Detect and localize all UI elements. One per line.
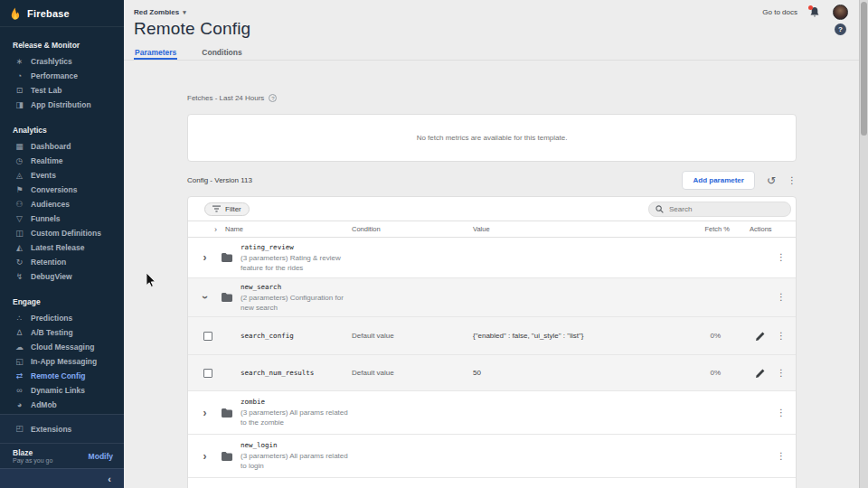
latest-release-icon: ◭ xyxy=(14,244,25,252)
chevron-down-icon: ▾ xyxy=(183,9,186,15)
row-menu-icon[interactable]: ⋮ xyxy=(777,332,786,341)
add-parameter-button[interactable]: Add parameter xyxy=(682,171,754,190)
parameter-condition: Default value xyxy=(352,332,473,340)
config-version-label: Config - Version 113 xyxy=(187,176,252,184)
section-header: Engage xyxy=(0,289,124,311)
parameter-value: 50 xyxy=(473,369,690,377)
column-header-actions: Actions xyxy=(730,225,797,233)
admob-icon: ◕ xyxy=(14,401,25,409)
firebase-logo[interactable]: Firebase xyxy=(0,0,124,27)
test-lab-icon: ⊡ xyxy=(14,87,25,95)
project-selector[interactable]: Red Zombies▾ xyxy=(134,8,186,16)
sidebar-item-conversions[interactable]: ⚑Conversions xyxy=(0,183,124,197)
parameter-group-name: rating_review xyxy=(241,243,352,251)
conversions-icon: ⚑ xyxy=(14,186,25,194)
parameter-value: {"enabled" : false, "ui_style" : "list"} xyxy=(473,332,690,340)
scrollbar-thumb[interactable] xyxy=(861,2,867,136)
row-menu-icon[interactable]: ⋮ xyxy=(777,369,786,378)
filter-button[interactable]: Filter xyxy=(204,202,250,216)
chevron-down-icon[interactable]: › xyxy=(201,296,210,299)
row-menu-icon[interactable]: ⋮ xyxy=(777,293,786,302)
fetches-section-label: Fetches - Last 24 Hours ? xyxy=(187,94,277,102)
topbar: Red Zombies▾ Go to docs xyxy=(124,0,859,20)
column-header-value: Value xyxy=(473,225,690,233)
sidebar-item-dynamic-links[interactable]: ∞Dynamic Links xyxy=(0,383,124,398)
remote-config-icon: ⇄ xyxy=(14,372,25,380)
table-row-search-config: search_config Default value {"enabled" :… xyxy=(188,317,796,355)
audiences-icon: ⚇ xyxy=(14,201,25,209)
parameter-group-description: (3 parameters) All params related to the… xyxy=(241,408,352,427)
column-header-name: Name xyxy=(222,225,352,233)
row-menu-icon[interactable]: ⋮ xyxy=(777,452,786,461)
chevron-right-icon[interactable]: › xyxy=(203,452,207,461)
parameter-name: search_config xyxy=(241,332,352,340)
config-menu-icon[interactable]: ⋮ xyxy=(788,176,797,185)
table-header-row: › Name Condition Value Fetch % Actions xyxy=(188,221,796,238)
modify-plan-button[interactable]: Modify xyxy=(89,452,113,461)
expand-all-icon[interactable]: › xyxy=(188,225,222,234)
tab-bar: Parameters Conditions xyxy=(124,44,859,61)
performance-icon: ◔ xyxy=(14,72,25,80)
sidebar-item-in-app-messaging[interactable]: ◱In-App Messaging xyxy=(0,354,124,369)
folder-icon xyxy=(222,293,232,302)
column-header-condition: Condition xyxy=(352,225,473,233)
filter-icon xyxy=(212,205,221,212)
sidebar-item-debugview[interactable]: ↯DebugView xyxy=(0,269,124,284)
sidebar-item-retention[interactable]: ↻Retention xyxy=(0,255,124,269)
cloud-messaging-icon: ☁ xyxy=(14,343,25,352)
sidebar-item-app-distribution[interactable]: ◨App Distribution xyxy=(0,98,124,112)
section-header: Analytics xyxy=(0,117,124,139)
search-field xyxy=(648,202,791,217)
page-title: Remote Config xyxy=(134,19,250,39)
chevron-right-icon[interactable]: › xyxy=(203,408,207,418)
extensions-icon: ◰ xyxy=(14,425,25,433)
row-checkbox[interactable] xyxy=(203,332,212,341)
section-header: Release & Monitor xyxy=(0,33,124,54)
sidebar-item-realtime[interactable]: ◷Realtime xyxy=(0,154,124,168)
sidebar-item-performance[interactable]: ◔Performance xyxy=(0,69,124,83)
sidebar-item-latest-release[interactable]: ◭Latest Release xyxy=(0,240,124,255)
row-menu-icon[interactable]: ⋮ xyxy=(777,253,786,262)
parameter-group-description: (3 parameters) Rating & review feature f… xyxy=(241,253,352,273)
collapse-sidebar-icon[interactable]: ‹ xyxy=(108,474,111,484)
sidebar-item-ab-testing[interactable]: ∆A/B Testing xyxy=(0,325,124,340)
table-row-new-login: › new_login(3 parameters) All params rel… xyxy=(188,435,796,478)
edit-pencil-icon[interactable] xyxy=(756,369,765,378)
in-app-messaging-icon: ◱ xyxy=(14,358,25,366)
user-avatar[interactable] xyxy=(833,5,848,20)
notifications-bell-icon[interactable] xyxy=(809,5,821,18)
sidebar-item-remote-config[interactable]: ⇄Remote Config xyxy=(0,369,124,383)
edit-pencil-icon[interactable] xyxy=(756,332,765,341)
sidebar-item-test-lab[interactable]: ⊡Test Lab xyxy=(0,83,124,98)
tab-conditions[interactable]: Conditions xyxy=(201,44,242,60)
empty-state-message: No fetch metrics are available for this … xyxy=(417,134,568,142)
main-area: Red Zombies▾ Go to docs Remote Config Pa… xyxy=(124,0,859,488)
app-distribution-icon: ◨ xyxy=(14,101,25,109)
parameter-fetch-percent: 0% xyxy=(690,369,730,377)
sidebar-item-cloud-messaging[interactable]: ☁Cloud Messaging xyxy=(0,340,124,354)
sidebar-item-audiences[interactable]: ⚇Audiences xyxy=(0,197,124,211)
chevron-right-icon[interactable]: › xyxy=(203,253,207,262)
fetch-metrics-card: No fetch metrics are available for this … xyxy=(187,114,797,162)
sidebar-item-predictions[interactable]: ∴Predictions xyxy=(0,311,124,325)
firebase-flame-icon xyxy=(9,7,21,20)
sidebar-item-dashboard[interactable]: ▦Dashboard xyxy=(0,139,124,154)
table-toolbar: Filter xyxy=(188,197,796,221)
go-to-docs-link[interactable]: Go to docs xyxy=(762,8,797,16)
help-icon[interactable]: ? xyxy=(835,23,846,35)
tab-parameters[interactable]: Parameters xyxy=(134,44,177,60)
table-row-zombie: › zombie(3 parameters) All params relate… xyxy=(188,391,796,435)
sidebar-item-custom-definitions[interactable]: ◫Custom Definitions xyxy=(0,226,124,240)
sidebar-item-extensions[interactable]: ◰ Extensions xyxy=(0,414,124,443)
sidebar-item-events[interactable]: ◬Events xyxy=(0,168,124,183)
row-menu-icon[interactable]: ⋮ xyxy=(777,408,786,418)
version-history-icon[interactable]: ↺ xyxy=(767,175,776,186)
sidebar-item-funnels[interactable]: ▽Funnels xyxy=(0,211,124,226)
sidebar-item-admob[interactable]: ◕AdMob xyxy=(0,398,124,412)
sidebar-item-crashlytics[interactable]: ∗Crashlytics xyxy=(0,54,124,69)
row-checkbox[interactable] xyxy=(203,369,212,378)
fetches-help-icon[interactable]: ? xyxy=(269,94,277,102)
sidebar-section-engage: Engage ∴Predictions ∆A/B Testing ☁Cloud … xyxy=(0,289,124,412)
search-input[interactable] xyxy=(669,205,778,213)
plan-name: Blaze xyxy=(13,448,52,457)
